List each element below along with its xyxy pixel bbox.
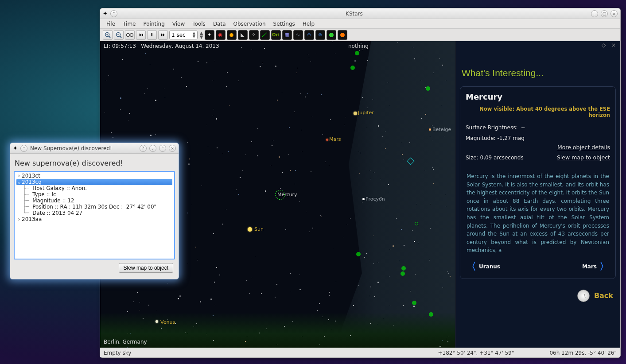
milkyway-overlay bbox=[322, 41, 455, 348]
venus-dot bbox=[156, 320, 158, 323]
sun-dot bbox=[248, 227, 252, 232]
toggle-cnames-btn[interactable]: Ori bbox=[271, 30, 281, 40]
chevron-left-icon: 〈 bbox=[581, 292, 586, 299]
time-pause-btn[interactable]: ⏸ bbox=[147, 30, 157, 40]
dialog-close-btn[interactable]: × bbox=[169, 145, 176, 152]
toggle-clines-btn[interactable]: ╱ bbox=[260, 30, 270, 40]
deepsky-obj bbox=[356, 252, 361, 256]
toggle-deepsky-btn[interactable]: ◉ bbox=[216, 30, 226, 40]
pointer-object: nothing bbox=[348, 43, 369, 49]
expand-icon[interactable]: › bbox=[16, 216, 22, 222]
step-down-btn[interactable]: ▼ bbox=[200, 35, 203, 39]
tree-item[interactable]: ›2013ct bbox=[16, 173, 172, 179]
toggle-stars-btn[interactable]: ✦ bbox=[205, 30, 214, 40]
object-description: Mercury is the innermost of the eight pl… bbox=[467, 172, 609, 255]
sky-clock: LT: 09:57:13 Wednesday, August 14, 2013 bbox=[104, 43, 219, 49]
maximize-btn[interactable]: ▢ bbox=[601, 10, 608, 17]
deepsky-diamond bbox=[407, 158, 415, 165]
panel-detach-btn[interactable]: ◇ bbox=[602, 42, 608, 48]
dialog-help-btn[interactable]: ? bbox=[140, 145, 147, 152]
tree-detail: ├─ Host Galaxy :: Anon. bbox=[16, 185, 172, 191]
panel-close-btn[interactable]: × bbox=[611, 42, 618, 48]
panel-title: What's Interesting... bbox=[455, 50, 620, 84]
horizon-overlay bbox=[100, 312, 455, 348]
tree-item[interactable]: ›2013aa bbox=[16, 216, 172, 222]
betelgeuse-label: Betelge bbox=[432, 127, 451, 132]
toggle-eqgrid-btn[interactable]: ⊕ bbox=[304, 30, 314, 40]
toggle-horizgrid-btn[interactable]: ⊗ bbox=[315, 30, 325, 40]
menu-tools[interactable]: Tools bbox=[189, 20, 209, 28]
dialog-min-btn[interactable]: ⌄ bbox=[149, 145, 156, 152]
dialog-icon: ✦ bbox=[13, 145, 18, 151]
deepsky-obj bbox=[400, 271, 405, 276]
menu-time[interactable]: Time bbox=[119, 20, 139, 28]
dialog-titlebar[interactable]: ✦ ⌃ New Supernova(e) discovered! ? ⌄ ⌃ × bbox=[10, 143, 179, 154]
next-object-btn[interactable]: Mars 〉 bbox=[582, 260, 609, 273]
procyon-label: Procyon bbox=[365, 196, 385, 202]
svg-line-5 bbox=[120, 36, 121, 38]
supernova-tree[interactable]: ›2013ct ⌄2013cq ├─ Host Galaxy :: Anon. … bbox=[14, 171, 175, 259]
tree-detail: ├─ Type :: Ic bbox=[16, 191, 172, 197]
expand-icon[interactable]: › bbox=[16, 173, 22, 179]
focus-marker bbox=[275, 190, 285, 200]
menu-help[interactable]: Help bbox=[299, 20, 318, 28]
time-step-select[interactable]: 1 sec ▲▼ bbox=[169, 31, 198, 39]
whats-interesting-panel: ◇ × What's Interesting... Mercury Now vi… bbox=[455, 41, 620, 348]
menu-view[interactable]: View bbox=[169, 20, 188, 28]
status-left: Empty sky bbox=[104, 350, 131, 356]
dialog-slew-btn[interactable]: Slew map to object bbox=[119, 263, 173, 273]
time-step-spinner[interactable]: ▲▼ bbox=[193, 31, 195, 39]
deepsky-obj bbox=[415, 222, 418, 225]
toggle-planets-btn[interactable]: ● bbox=[227, 30, 237, 40]
tree-item-selected[interactable]: ⌄2013cq bbox=[16, 179, 172, 185]
toggle-satellites-btn[interactable]: ◣ bbox=[238, 30, 248, 40]
dialog-max-btn[interactable]: ⌃ bbox=[159, 145, 166, 152]
close-btn[interactable]: × bbox=[610, 10, 618, 17]
magnitude: Magnitude: -1,27 mag bbox=[466, 135, 610, 141]
object-card: Mercury Now visible: About 40 degrees ab… bbox=[460, 86, 616, 279]
deepsky-obj bbox=[426, 86, 430, 91]
minimize-btn[interactable]: – bbox=[591, 10, 598, 17]
jupiter-dot bbox=[354, 112, 357, 115]
dialog-rollup-btn[interactable]: ⌃ bbox=[20, 145, 27, 152]
zoom-in-btn[interactable] bbox=[103, 30, 113, 40]
tree-detail: ├─ Position :: RA : 11h 32m 30s Dec : 27… bbox=[16, 204, 172, 210]
mercury-label: Mercury bbox=[277, 192, 297, 197]
location-label: Berlin, Germany bbox=[104, 339, 147, 345]
menu-pointing[interactable]: Pointing bbox=[140, 20, 168, 28]
mars-dot bbox=[326, 139, 328, 141]
menu-settings[interactable]: Settings bbox=[270, 20, 299, 28]
time-back-btn[interactable]: ⏮ bbox=[136, 30, 146, 40]
deepsky-obj bbox=[401, 266, 406, 271]
more-details-link[interactable]: More object details bbox=[557, 144, 610, 151]
back-label[interactable]: Back bbox=[594, 291, 613, 300]
sun-label: Sun bbox=[254, 226, 264, 232]
jupiter-label: Jupiter bbox=[358, 110, 374, 116]
menu-data[interactable]: Data bbox=[210, 20, 229, 28]
back-btn[interactable]: 〈 bbox=[577, 290, 590, 302]
tree-detail: ├─ Magnitude :: 12 bbox=[16, 197, 172, 204]
toggle-cbounds-btn[interactable]: ▦ bbox=[282, 30, 292, 40]
titlebar[interactable]: ✦ ⌃ KStars – ▢ × bbox=[100, 8, 620, 19]
prev-object-btn[interactable]: 〈 Uranus bbox=[467, 260, 500, 273]
toggle-ground-btn[interactable] bbox=[327, 30, 336, 40]
surface-brightness: Surface Brightness: -- bbox=[466, 124, 610, 131]
toggle-flags-btn[interactable] bbox=[338, 30, 347, 40]
zoom-out-btn[interactable] bbox=[114, 30, 124, 40]
collapse-icon[interactable]: ⌄ bbox=[16, 179, 22, 185]
rollup-btn[interactable]: ⌃ bbox=[110, 10, 117, 17]
toggle-milkyway-btn[interactable]: ∿ bbox=[293, 30, 303, 40]
menu-observation[interactable]: Observation bbox=[230, 20, 269, 28]
status-coord1: +182° 50' 24", +31° 47' 59" bbox=[438, 350, 514, 356]
menu-file[interactable]: File bbox=[103, 20, 119, 28]
find-btn[interactable] bbox=[125, 30, 135, 40]
time-fwd-btn[interactable]: ⏭ bbox=[158, 30, 168, 40]
chevron-left-icon: 〈 bbox=[467, 260, 476, 273]
window-title: KStars bbox=[117, 11, 591, 17]
dialog-title: New Supernova(e) discovered! bbox=[30, 145, 140, 151]
slew-link[interactable]: Slew map to object bbox=[557, 154, 610, 161]
toggle-supernovae-btn[interactable]: ✧ bbox=[249, 30, 259, 40]
toolbar: ⏮ ⏸ ⏭ 1 sec ▲▼ ▲ ▼ ✦ ◉ ● ◣ ✧ ╱ Ori ▦ ∿ ⊕… bbox=[100, 29, 620, 41]
supernova-dialog: ✦ ⌃ New Supernova(e) discovered! ? ⌄ ⌃ ×… bbox=[10, 143, 179, 279]
object-name: Mercury bbox=[466, 92, 610, 101]
